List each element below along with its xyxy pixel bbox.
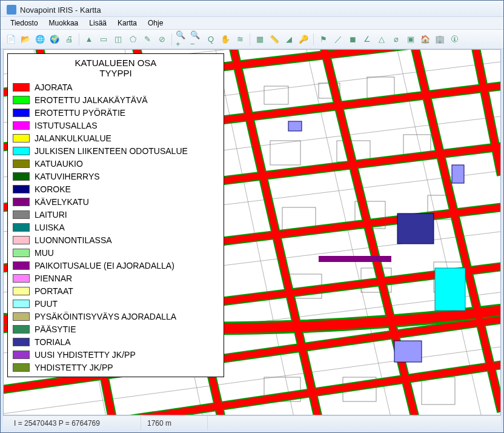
open-icon[interactable]: 📂 [19, 33, 32, 46]
legend-item: EROTETTU JALKAKÄYTÄVÄ [13, 94, 219, 107]
measure-area-icon[interactable]: ◢ [282, 33, 296, 46]
no-entry-icon[interactable]: ⊘ [155, 33, 168, 46]
legend-swatch [13, 351, 30, 359]
legend-swatch [13, 185, 30, 193]
legend-swatch [13, 363, 30, 372]
zoom-reset-icon[interactable]: Q [204, 33, 217, 46]
legend-item: KOROKE [13, 183, 219, 196]
legend-label: EROTETTU JALKAKÄYTÄVÄ [35, 95, 148, 105]
legend-label: KOROKE [35, 184, 71, 194]
legend-label: PORTAAT [35, 286, 73, 296]
toolbar: 📄📂🌐🌍🖨▲▭◫⬠✎⊘🔍+🔍−Q✋≋▦📏◢🔑⚑／◼∠△⌀▣🏠🏢🛈 [1, 30, 503, 49]
legend-item: PYSÄKÖINTISYVÄYS AJORADALLA [13, 310, 219, 323]
legend-label: AJORATA [35, 82, 73, 92]
line-icon[interactable]: ／ [331, 33, 345, 46]
toolbar-separator [250, 33, 250, 45]
legend-label: KATUVIHERRYS [35, 172, 100, 181]
menu-tiedosto[interactable]: Tiedosto [5, 18, 43, 29]
legend-swatch [13, 159, 30, 168]
legend-swatch [13, 223, 30, 232]
svg-rect-19 [452, 165, 464, 183]
menu-bar: Tiedosto Muokkaa Lisää Kartta Ohje [1, 16, 503, 30]
link-icon[interactable]: 🔑 [297, 33, 310, 46]
legend-item: PAIKOITUSALUE (EI AJORADALLA) [13, 260, 219, 272]
legend-label: PAIKOITUSALUE (EI AJORADALLA) [35, 261, 174, 270]
legend-item: LUISKA [13, 221, 219, 234]
svg-rect-20 [435, 268, 465, 310]
region-icon[interactable]: ◼ [346, 33, 359, 46]
legend-swatch [13, 109, 30, 117]
legend-item: KÄVELYKATU [13, 196, 219, 209]
legend-item: EROTETTU PYÖRÄTIE [13, 107, 219, 119]
legend-swatch [13, 261, 30, 270]
legend-item: MUU [13, 247, 219, 260]
legend-item: PÄÄSYTIE [13, 323, 219, 336]
grid-icon[interactable]: ▦ [253, 33, 267, 46]
select-freehand-icon[interactable]: ✎ [141, 33, 154, 46]
legend-swatch [13, 300, 30, 308]
house-icon[interactable]: 🏠 [419, 33, 432, 46]
ruler-icon[interactable]: 📏 [268, 33, 281, 46]
legend-item: LAITURI [13, 209, 219, 221]
legend-label: PIENNAR [35, 274, 72, 283]
legend-title: KATUALUEEN OSA TYYPPI [13, 58, 219, 79]
title-bar: Novapoint IRIS - Kartta [1, 1, 503, 16]
menu-ohje[interactable]: Ohje [143, 18, 168, 29]
flag-icon[interactable]: ⚑ [317, 33, 330, 46]
legend-label: KÄVELYKATU [35, 197, 89, 207]
legend-swatch [13, 287, 30, 295]
legend-label: PYSÄKÖINTISYVÄYS AJORADALLA [35, 312, 176, 321]
layers-icon[interactable]: ≋ [233, 33, 247, 46]
legend-label: ISTUTUSALLAS [35, 121, 97, 130]
legend-label: TORIALA [35, 337, 71, 347]
legend-label: LUONNONTILASSA [35, 235, 112, 245]
globe-save-icon[interactable]: 🌍 [48, 33, 61, 46]
legend-label: JALANKULKUALUE [35, 133, 111, 143]
status-scale: 1760 m [141, 416, 208, 430]
legend-swatch [13, 134, 30, 143]
legend-item: JULKISEN LIIKENTEEN ODOTUSALUE [13, 145, 219, 158]
legend-label: UUSI YHDISTETTY JK/PP [35, 350, 136, 360]
svg-rect-17 [397, 213, 434, 244]
map-viewport[interactable]: KATUALUEEN OSA TYYPPI AJORATAEROTETTU JA… [3, 49, 501, 415]
legend-item: AJORATA [13, 81, 219, 94]
select-rect-icon[interactable]: ▭ [97, 33, 110, 46]
legend-item: PIENNAR [13, 272, 219, 285]
legend-swatch [13, 312, 30, 321]
legend-label: PUUT [35, 299, 58, 309]
menu-muokkaa[interactable]: Muokkaa [44, 18, 84, 29]
legend-swatch [13, 198, 30, 206]
legend-swatch [13, 121, 30, 130]
zoom-in-icon[interactable]: 🔍+ [175, 33, 188, 46]
angle-icon[interactable]: ∠ [360, 33, 374, 46]
select-polygon-icon[interactable]: ⬠ [126, 33, 139, 46]
svg-rect-21 [319, 256, 391, 262]
buildings-icon[interactable]: 🏢 [433, 33, 446, 46]
legend-label: JULKISEN LIIKENTEEN ODOTUSALUE [35, 146, 188, 156]
toolbar-separator [171, 33, 172, 45]
print-icon[interactable]: 🖨 [62, 33, 76, 46]
legend-swatch [13, 249, 30, 257]
profile-icon[interactable]: ⌀ [390, 33, 403, 46]
globe-open-icon[interactable]: 🌐 [33, 33, 47, 46]
legend-swatch [13, 83, 30, 92]
legend-swatch [13, 338, 30, 346]
info-icon[interactable]: 🛈 [448, 33, 461, 46]
legend-item: PUUT [13, 298, 219, 310]
zoom-out-icon[interactable]: 🔍− [190, 33, 203, 46]
legend-item: TORIALA [13, 336, 219, 349]
app-window: Novapoint IRIS - Kartta Tiedosto Muokkaa… [0, 0, 504, 433]
legend-item: YHDISTETTY JK/PP [13, 361, 219, 374]
pointer-icon[interactable]: ▲ [82, 33, 96, 46]
legend-item: LUONNONTILASSA [13, 234, 219, 247]
section-icon[interactable]: ▣ [404, 33, 417, 46]
pan-icon[interactable]: ✋ [219, 33, 232, 46]
legend-item: UUSI YHDISTETTY JK/PP [13, 349, 219, 361]
toolbar-separator [313, 33, 314, 45]
legend-item: KATUAUKIO [13, 158, 219, 170]
menu-lisaa[interactable]: Lisää [84, 18, 111, 29]
new-icon[interactable]: 📄 [4, 33, 18, 46]
menu-kartta[interactable]: Kartta [113, 18, 142, 29]
survey-tool-icon[interactable]: △ [375, 33, 388, 46]
select-fence-icon[interactable]: ◫ [111, 33, 125, 46]
